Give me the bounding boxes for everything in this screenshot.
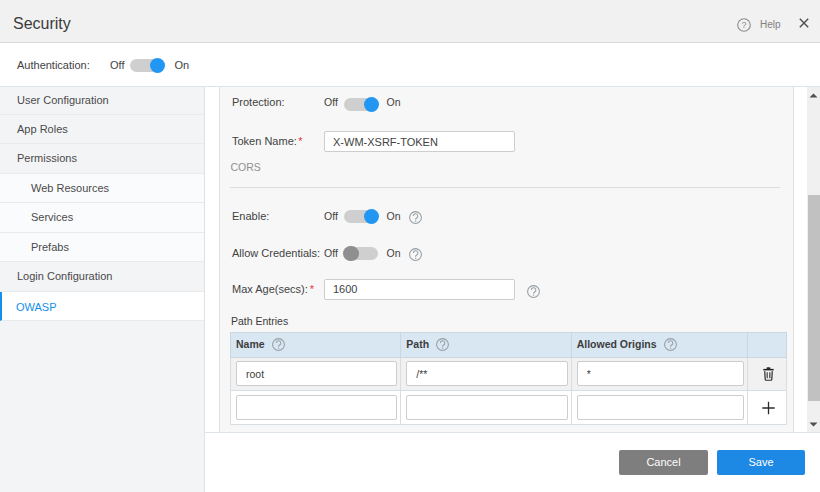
svg-text:?: ?: [741, 20, 746, 30]
